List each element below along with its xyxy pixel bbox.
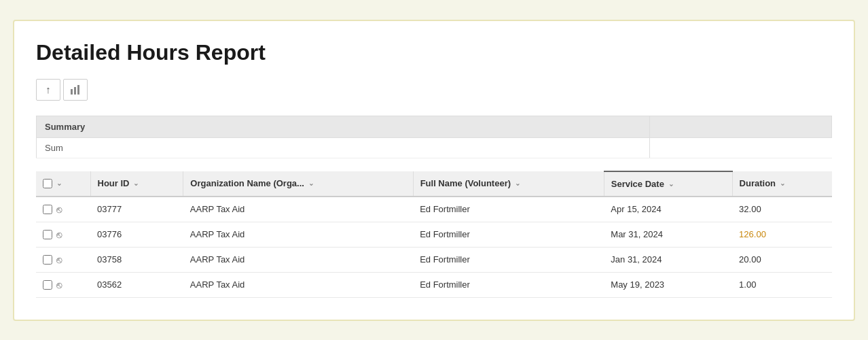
toolbar: ↑ [36,79,832,101]
row-detail-icon-0[interactable]: ⎋ [56,204,62,215]
col-checkbox: ⌄ [36,171,90,197]
cell-service-date: Jan 31, 2024 [604,247,732,272]
summary-table: Summary Sum [36,116,832,158]
col-hour-id-label: Hour ID [98,178,130,188]
col-duration: Duration ⌄ [732,171,832,197]
col-org-name-chevron[interactable]: ⌄ [308,180,314,187]
report-container: Detailed Hours Report ↑ Summary Sum [13,20,855,321]
row-detail-icon-3[interactable]: ⎋ [56,279,62,290]
select-all-checkbox[interactable] [43,179,52,188]
table-row: ⎋ 03562AARP Tax AidEd FortmillerMay 19, … [36,272,832,297]
cell-service-date: May 19, 2023 [604,272,732,297]
col-full-name-chevron[interactable]: ⌄ [515,180,520,187]
row-checkbox-0[interactable] [43,205,52,214]
svg-rect-2 [77,85,79,95]
page-title: Detailed Hours Report [36,40,832,65]
cell-service-date: Apr 15, 2024 [604,197,732,222]
cell-hour-id: 03758 [90,247,183,272]
cell-org-name: AARP Tax Aid [183,247,413,272]
col-duration-label: Duration [740,178,776,188]
summary-header-right [650,116,832,137]
col-service-date-label: Service Date [611,179,664,189]
col-full-name: Full Name (Volunteer) ⌄ [413,171,604,197]
table-row: ⎋ 03777AARP Tax AidEd FortmillerApr 15, … [36,197,832,222]
summary-sum-value [650,137,832,158]
col-hour-id: Hour ID ⌄ [90,171,183,197]
cell-duration: 20.00 [732,247,832,272]
cell-duration: 1.00 [732,272,832,297]
row-checkbox-2[interactable] [43,255,52,265]
row-checkbox-3[interactable] [43,280,52,290]
duration-link-1[interactable]: 126.00 [739,229,766,239]
cell-org-name: AARP Tax Aid [183,222,413,247]
summary-header: Summary [37,116,650,137]
cell-duration: 32.00 [732,197,832,222]
col-service-date: Service Date ⌄ [604,171,732,197]
chart-button[interactable] [63,79,88,101]
cell-hour-id: 03776 [90,222,183,247]
col-org-name: Organization Name (Orga... ⌄ [183,171,413,197]
row-detail-icon-1[interactable]: ⎋ [56,229,62,240]
cell-full-name: Ed Fortmiller [413,197,604,222]
cell-org-name: AARP Tax Aid [183,197,413,222]
table-row: ⎋ 03758AARP Tax AidEd FortmillerJan 31, … [36,247,832,272]
col-service-date-chevron[interactable]: ⌄ [668,180,674,188]
cell-full-name: Ed Fortmiller [413,222,604,247]
svg-rect-0 [71,89,73,95]
row-detail-icon-2[interactable]: ⎋ [56,254,62,265]
cell-hour-id: 03777 [90,197,183,222]
summary-sum-label: Sum [37,137,650,158]
cell-hour-id: 03562 [90,272,183,297]
data-table: ⌄ Hour ID ⌄ Organization Name (Orga... ⌄ [36,171,832,298]
table-row: ⎋ 03776AARP Tax AidEd FortmillerMar 31, … [36,222,832,247]
cell-full-name: Ed Fortmiller [413,272,604,297]
svg-rect-1 [74,87,76,95]
col-duration-chevron[interactable]: ⌄ [780,180,785,187]
row-checkbox-1[interactable] [43,230,52,239]
export-button[interactable]: ↑ [36,79,60,101]
col-org-name-label: Organization Name (Orga... [190,178,304,188]
checkbox-col-chevron[interactable]: ⌄ [56,180,62,187]
col-full-name-label: Full Name (Volunteer) [420,178,511,188]
cell-org-name: AARP Tax Aid [183,272,413,297]
col-hour-id-chevron[interactable]: ⌄ [133,180,139,187]
cell-duration[interactable]: 126.00 [732,222,832,247]
cell-service-date: Mar 31, 2024 [604,222,732,247]
cell-full-name: Ed Fortmiller [413,247,604,272]
